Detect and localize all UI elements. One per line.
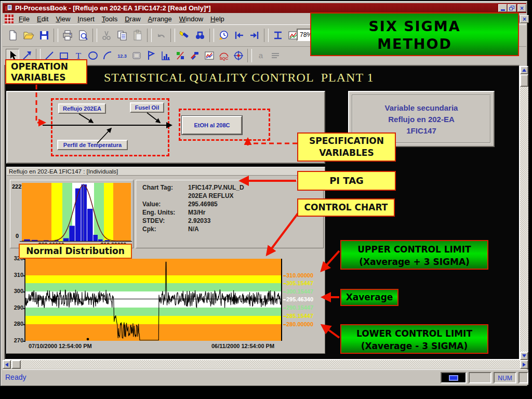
scroll-left-button[interactable]	[3, 360, 11, 369]
copy-button[interactable]	[115, 28, 129, 43]
status-bar: Ready NUM	[3, 369, 528, 385]
six-sigma-line2: METHOD	[311, 35, 518, 53]
operation-line1: OPERATION	[11, 61, 86, 72]
stat-row: Value:295.46985	[142, 201, 323, 209]
stat-value: 202EA REFLUX	[188, 192, 234, 201]
toolbar-separator	[54, 29, 58, 42]
vertical-scrollbar[interactable]	[520, 66, 528, 360]
trend-tool-button[interactable]	[203, 49, 216, 62]
sqc-header[interactable]: Reflujo en 202-EA 1FIC147 : [Individuals…	[7, 167, 325, 176]
title-bar[interactable]: PI-ProcessBook - [Reflujo en 202-EA 1FIC…	[3, 3, 526, 13]
scroll-down-button[interactable]	[520, 352, 528, 360]
menu-view[interactable]: View	[52, 14, 74, 24]
stat-row: Chart Tag:1FIC147.PV.NUL_D	[142, 184, 323, 192]
cc-left-tick-mark	[23, 259, 25, 260]
stat-value: N/A	[188, 225, 199, 234]
paste-button[interactable]	[130, 28, 145, 43]
ucl-line2: (Xaverage + 3 SIGMA)	[341, 256, 487, 268]
menu-window[interactable]: Window	[176, 14, 207, 24]
undo-button[interactable]	[154, 28, 168, 43]
cc-limit-tick-mark	[283, 316, 286, 317]
toolbar-separator	[170, 29, 175, 42]
toolbar-separator	[92, 29, 97, 42]
trend-back-button[interactable]	[232, 28, 246, 43]
print-button[interactable]	[60, 28, 75, 43]
cc-end-date: 06/11/2000 12:54:00 PM	[211, 343, 274, 349]
svg-text:a: a	[259, 51, 263, 60]
cc-left-tick-label: 310	[11, 272, 23, 278]
operation-variables-callout: OPERATION VARIABLES	[5, 59, 87, 84]
menu-insert[interactable]: Insert	[74, 14, 98, 24]
status-ready: Ready	[5, 373, 26, 381]
text-style-button[interactable]: a	[254, 49, 268, 62]
pi-tag-callout: PI TAG	[297, 171, 396, 191]
value-tool-button[interactable]: 12.3	[115, 49, 129, 62]
revert-time-button[interactable]	[216, 28, 231, 43]
open-display-button[interactable]	[21, 28, 36, 43]
slide-background: { "titlebar": { "title": "PI-ProcessBook…	[0, 0, 532, 399]
symbol-tool-button[interactable]	[232, 49, 245, 62]
restore-button[interactable]	[508, 4, 516, 12]
menu-tools[interactable]: Tools	[98, 14, 121, 24]
specification-line2: VARIABLES	[298, 147, 395, 159]
status-indicator	[441, 372, 467, 383]
cut-button[interactable]	[99, 28, 114, 43]
multistate-tool-button[interactable]	[174, 49, 187, 62]
effect-button-etoh[interactable]: EtOH al 208C	[182, 116, 242, 135]
normal-distribution-callout: Normal Distribution	[19, 244, 132, 259]
ellipse-tool-button[interactable]	[86, 49, 100, 62]
minimize-button[interactable]	[498, 4, 507, 12]
scroll-up-button[interactable]	[520, 66, 528, 74]
stat-row: 202EA REFLUX	[142, 192, 323, 201]
control-chart-panel: 07/10/2000 12:54:00 PM 06/11/2000 12:54:…	[10, 250, 324, 353]
menu-file[interactable]: File	[15, 14, 33, 24]
find-button[interactable]	[193, 28, 207, 43]
cc-limit-label: 295.46340	[286, 296, 313, 302]
button-tool-button[interactable]	[130, 49, 143, 62]
secondary-line2: Reflujo en 202-EA	[353, 114, 490, 125]
menu-arrange[interactable]: Arrange	[144, 14, 176, 24]
save-button[interactable]	[37, 28, 51, 43]
tag-search-button[interactable]	[177, 28, 192, 43]
cc-start-date: 07/10/2000 12:54:00 PM	[29, 343, 92, 349]
align-lines-button[interactable]	[269, 49, 282, 62]
arc-tool-button[interactable]	[101, 49, 114, 62]
cause-button-fusel-oil[interactable]: Fusel Oil	[130, 102, 164, 113]
stat-row: Eng. Units:M3/Hr	[142, 209, 323, 217]
cc-limit-tick-mark	[283, 291, 286, 292]
ucl-line1: UPPER CONTROL LIMIT	[341, 243, 487, 256]
stat-label: STDEV:	[142, 217, 188, 225]
menu-help[interactable]: Help	[207, 14, 228, 24]
child-close-button[interactable]: ×	[520, 15, 529, 23]
cc-left-tick-mark	[23, 324, 25, 325]
scroll-right-button[interactable]	[520, 360, 528, 369]
print-preview-button[interactable]	[76, 28, 90, 43]
cc-limit-tick-mark	[283, 299, 286, 300]
scroll-down-icon	[522, 354, 526, 357]
polyline-tool-button[interactable]	[144, 49, 158, 62]
cause-button-perfil[interactable]: Perfil de Temperatura	[57, 140, 128, 150]
cc-left-tick-label: 270	[11, 337, 23, 343]
toolbar-separator	[264, 29, 269, 42]
stat-row: Cpk:N/A	[142, 225, 323, 234]
close-button[interactable]: ×	[517, 4, 526, 12]
control-chart-plot	[25, 259, 282, 341]
stat-label: Eng. Units:	[142, 209, 188, 217]
vscroll-thumb[interactable]	[520, 74, 528, 87]
operation-line2: VARIABLES	[11, 72, 86, 83]
toolkit-tool-button[interactable]	[188, 49, 202, 62]
cc-left-tick-label: 300	[11, 288, 23, 294]
display-layout-button[interactable]	[271, 28, 285, 43]
menu-draw[interactable]: Draw	[121, 14, 144, 24]
histogram-plot	[22, 183, 131, 241]
status-cell-empty2	[518, 372, 528, 383]
cause-button-reflujo[interactable]: Reflujo 202EA	[58, 103, 106, 114]
secondary-line1: Variable secundaria	[353, 102, 490, 114]
trend-forward-button[interactable]	[247, 28, 262, 43]
hscroll-thumb[interactable]	[11, 360, 21, 369]
horizontal-scrollbar[interactable]	[3, 360, 528, 369]
new-document-button[interactable]	[6, 28, 20, 43]
bar-graph-tool-button[interactable]	[159, 49, 172, 62]
menu-edit[interactable]: Edit	[33, 14, 52, 24]
sqc-tool-button[interactable]: SQC	[217, 49, 231, 62]
